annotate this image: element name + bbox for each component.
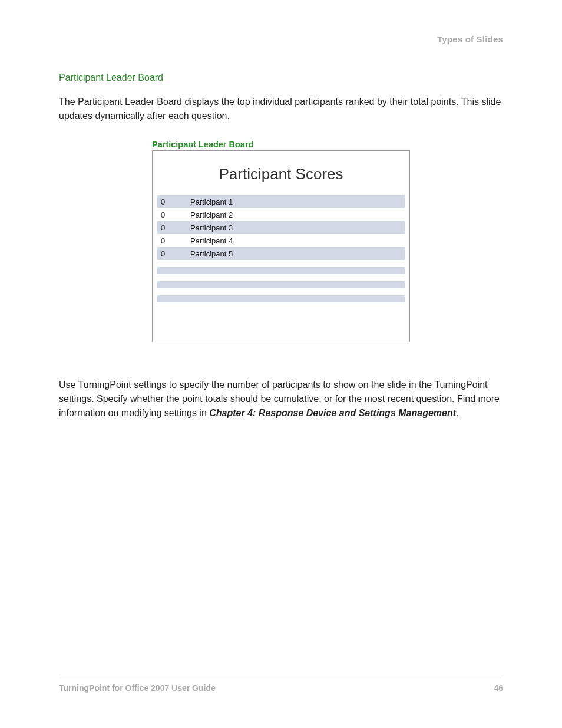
intro-paragraph: The Participant Leader Board displays th…	[59, 95, 503, 123]
after-paragraph: Use TurningPoint settings to specify the…	[59, 378, 503, 420]
table-row	[157, 288, 405, 295]
page-footer: TurningPoint for Office 2007 User Guide …	[59, 676, 503, 693]
table-row	[157, 260, 405, 267]
header-section-label: Types of Slides	[59, 34, 503, 44]
section-heading: Participant Leader Board	[59, 73, 503, 83]
document-page: Types of Slides Participant Leader Board…	[0, 0, 562, 728]
table-row	[157, 281, 405, 288]
slide-title: Participant Scores	[153, 151, 409, 195]
score-cell: 0	[157, 223, 190, 232]
figure-container: Participant Leader Board Participant Sco…	[59, 140, 503, 342]
table-row: 0 Participant 1	[157, 195, 405, 208]
figure-caption: Participant Leader Board	[152, 140, 410, 149]
table-row	[157, 267, 405, 274]
table-row: 0 Participant 2	[157, 208, 405, 221]
chapter-reference: Chapter 4: Response Device and Settings …	[209, 408, 456, 418]
score-cell: 0	[157, 197, 190, 206]
table-row: 0 Participant 3	[157, 221, 405, 234]
name-cell: Participant 1	[190, 197, 405, 206]
table-row	[157, 295, 405, 302]
footer-guide-title: TurningPoint for Office 2007 User Guide	[59, 683, 216, 693]
name-cell: Participant 2	[190, 210, 405, 219]
table-row	[157, 274, 405, 281]
leaderboard-rows: 0 Participant 1 0 Participant 2 0 Partic…	[153, 195, 409, 302]
table-row: 0 Participant 4	[157, 234, 405, 247]
name-cell: Participant 3	[190, 223, 405, 232]
table-row: 0 Participant 5	[157, 247, 405, 260]
name-cell: Participant 5	[190, 249, 405, 258]
score-cell: 0	[157, 249, 190, 258]
name-cell: Participant 4	[190, 236, 405, 245]
footer-page-number: 46	[494, 683, 503, 693]
after-text-b: .	[456, 408, 458, 418]
slide-preview: Participant Scores 0 Participant 1 0 Par…	[152, 150, 410, 342]
score-cell: 0	[157, 236, 190, 245]
score-cell: 0	[157, 210, 190, 219]
